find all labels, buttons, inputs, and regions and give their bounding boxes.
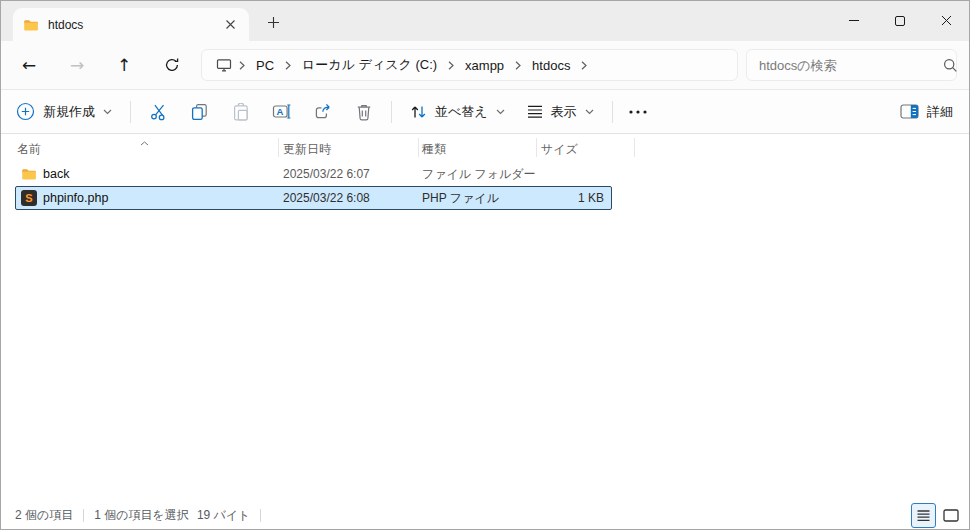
view-button[interactable]: 表示 [516, 95, 605, 129]
search-box [746, 49, 957, 81]
details-view-toggle[interactable] [911, 503, 936, 528]
item-count: 2 個の項目 [15, 507, 73, 524]
breadcrumb-item-pc[interactable]: PC [247, 54, 283, 77]
details-pane-button[interactable]: 詳細 [892, 95, 961, 129]
more-options-icon [629, 110, 647, 114]
column-divider[interactable] [418, 138, 419, 157]
view-button-label: 表示 [551, 103, 577, 121]
svg-text:A: A [277, 106, 284, 117]
trash-icon [356, 103, 372, 121]
minimize-button[interactable] [831, 1, 877, 40]
tab-close-button[interactable] [219, 14, 241, 36]
column-header-date[interactable]: 更新日時 [283, 141, 331, 158]
status-bar: 2 個の項目 1 個の項目を選択 19 バイト [1, 501, 969, 529]
plus-circle-icon [16, 102, 35, 121]
new-button-label: 新規作成 [43, 103, 95, 121]
file-size: 1 KB [578, 191, 604, 205]
paste-icon [233, 103, 249, 121]
navigation-bar: ← → ↑ PC ローカル ディスク (C:) xampp htdocs [1, 41, 969, 89]
view-list-icon [527, 105, 543, 119]
breadcrumb-item-xampp[interactable]: xampp [456, 54, 513, 77]
cut-icon [150, 103, 168, 121]
sort-ascending-icon [140, 135, 149, 149]
breadcrumb-item-htdocs[interactable]: htdocs [523, 54, 579, 77]
status-divider [83, 509, 84, 522]
php-file-icon: S [21, 190, 37, 206]
chevron-right-icon [283, 60, 293, 71]
tab-title: htdocs [48, 18, 83, 32]
chevron-right-icon [513, 60, 523, 71]
large-icons-view-icon [943, 509, 959, 522]
new-tab-button[interactable] [261, 10, 285, 34]
back-button[interactable]: ← [13, 49, 45, 81]
share-icon [314, 103, 332, 120]
explorer-tab[interactable]: htdocs [13, 8, 249, 41]
file-row-phpinfo[interactable]: S phpinfo.php 2025/03/22 6:08 PHP ファイル 1… [15, 186, 612, 210]
column-divider[interactable] [278, 138, 279, 157]
close-button[interactable] [923, 1, 969, 40]
minimize-icon [849, 20, 859, 21]
column-divider[interactable] [634, 138, 635, 157]
column-header-name[interactable]: 名前 [17, 141, 41, 158]
folder-icon [23, 17, 39, 33]
chevron-right-icon [237, 60, 247, 71]
cut-button[interactable] [138, 95, 179, 129]
file-date: 2025/03/22 6:08 [283, 191, 370, 205]
file-list-area: 名前 更新日時 種類 サイズ back 2025/03/22 6:07 ファイル… [1, 134, 969, 504]
delete-button[interactable] [343, 95, 384, 129]
sort-button-label: 並べ替え [435, 103, 488, 121]
up-button[interactable]: ↑ [108, 49, 140, 81]
details-view-icon [917, 510, 930, 521]
column-divider[interactable] [536, 138, 537, 157]
large-icons-view-toggle[interactable] [938, 503, 963, 528]
titlebar: htdocs [1, 1, 969, 41]
file-rows: back 2025/03/22 6:07 ファイル フォルダー S phpinf… [1, 162, 969, 210]
more-options-button[interactable] [620, 95, 656, 129]
sort-button[interactable]: 並べ替え [399, 95, 516, 129]
search-icon[interactable] [939, 58, 969, 73]
copy-icon [191, 103, 208, 121]
file-explorer-window: htdocs ← → ↑ [0, 0, 970, 530]
toolbar-separator [612, 101, 613, 123]
breadcrumb[interactable]: PC ローカル ディスク (C:) xampp htdocs [201, 49, 738, 81]
forward-button[interactable]: → [61, 49, 93, 81]
new-button[interactable]: 新規作成 [5, 95, 123, 129]
column-header-row: 名前 更新日時 種類 サイズ [1, 134, 969, 161]
plus-icon [267, 16, 280, 29]
chevron-down-icon [585, 109, 594, 115]
chevron-down-icon [103, 109, 112, 115]
maximize-icon [895, 16, 905, 26]
file-name: back [43, 167, 69, 181]
search-input[interactable] [747, 58, 939, 73]
details-pane-label: 詳細 [927, 103, 953, 121]
rename-icon: A [272, 103, 291, 120]
file-name: phpinfo.php [43, 191, 108, 205]
details-pane-icon [900, 104, 919, 119]
column-header-type[interactable]: 種類 [422, 141, 446, 158]
paste-button[interactable] [220, 95, 261, 129]
refresh-button[interactable] [156, 49, 188, 81]
breadcrumb-item-local-disk[interactable]: ローカル ディスク (C:) [293, 52, 446, 78]
chevron-right-icon [446, 60, 456, 71]
maximize-button[interactable] [877, 1, 923, 40]
sort-icon [410, 104, 427, 120]
column-header-size[interactable]: サイズ [541, 141, 578, 158]
toolbar-separator [391, 101, 392, 123]
status-divider [260, 509, 261, 522]
monitor-icon [208, 57, 237, 73]
file-type: PHP ファイル [422, 190, 499, 207]
share-button[interactable] [302, 95, 343, 129]
selection-size: 19 バイト [197, 507, 251, 524]
rename-button[interactable]: A [261, 95, 302, 129]
folder-icon [21, 166, 37, 182]
command-toolbar: 新規作成 A [1, 89, 969, 134]
refresh-icon [164, 57, 180, 73]
file-type: ファイル フォルダー [422, 166, 536, 183]
window-controls [831, 1, 969, 40]
selection-count: 1 個の項目を選択 [94, 507, 189, 524]
file-row-back[interactable]: back 2025/03/22 6:07 ファイル フォルダー [15, 162, 612, 186]
close-icon [225, 19, 236, 30]
close-icon [941, 15, 952, 26]
chevron-down-icon [496, 109, 505, 115]
copy-button[interactable] [179, 95, 220, 129]
